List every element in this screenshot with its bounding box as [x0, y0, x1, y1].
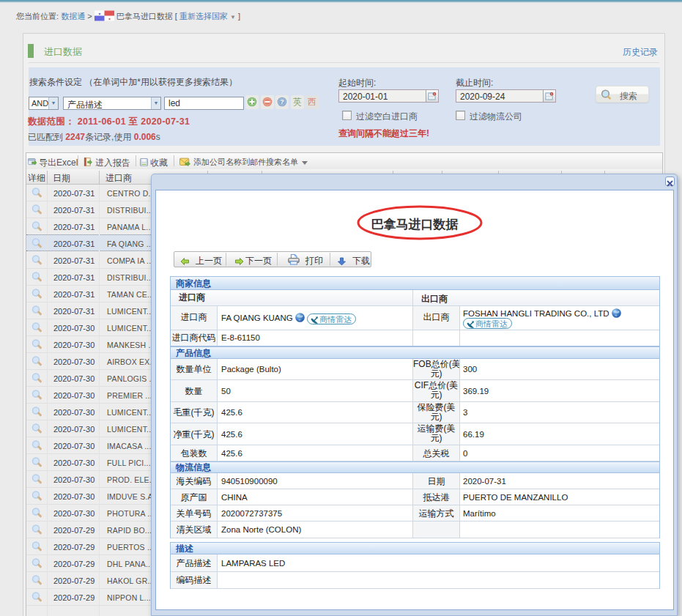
svg-text:?: ? — [280, 98, 284, 105]
